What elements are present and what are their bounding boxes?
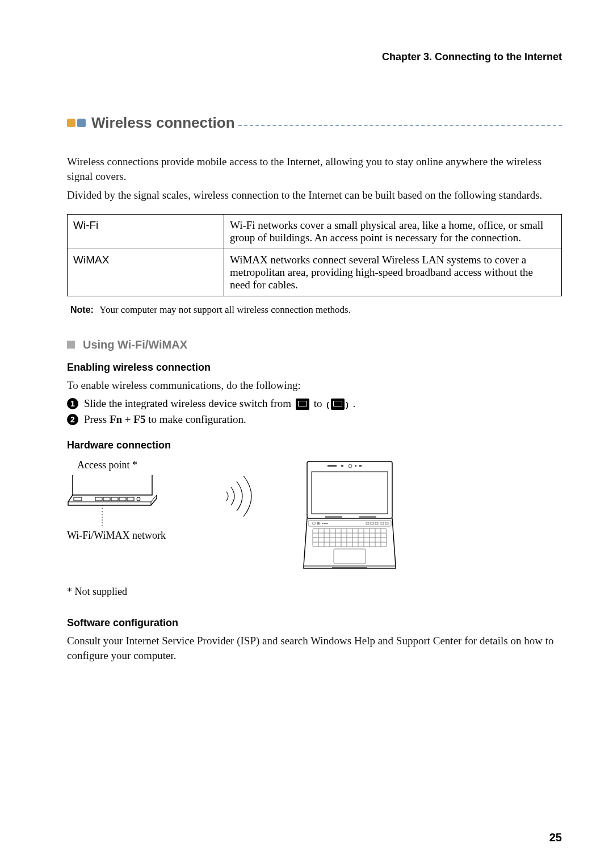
- bullet-square-icon: [67, 341, 75, 349]
- step-1-text: Slide the integrated wireless device swi…: [84, 397, 355, 410]
- svg-rect-5: [103, 497, 110, 501]
- hardware-footnote: * Not supplied: [67, 586, 562, 598]
- cell-desc: WiMAX networks connect several Wireless …: [224, 249, 562, 296]
- note: Note: Your computer may not support all …: [70, 304, 562, 316]
- signal-waves-icon: [223, 473, 263, 522]
- svg-line-1: [151, 495, 157, 502]
- dashed-rule: [238, 125, 562, 126]
- access-point-icon: [67, 472, 158, 526]
- wireless-on-icon: ( ): [326, 399, 349, 410]
- software-text: Consult your Internet Service Provider (…: [67, 634, 562, 662]
- key-combo: Fn + F5: [110, 413, 146, 425]
- svg-point-15: [349, 464, 352, 468]
- wireless-off-icon: [296, 399, 309, 410]
- software-heading: Software configuration: [67, 617, 562, 629]
- svg-rect-49: [332, 567, 367, 568]
- svg-rect-13: [328, 465, 337, 467]
- section-title: Wireless connection: [91, 114, 235, 132]
- step-number-icon: 2: [67, 414, 78, 425]
- svg-rect-18: [325, 516, 342, 518]
- svg-rect-24: [322, 523, 324, 524]
- section-title-row: Wireless connection: [67, 114, 562, 132]
- table-row: Wi-Fi Wi-Fi networks cover a small physi…: [68, 214, 562, 249]
- intro-paragraph-2: Divided by the signal scales, wireless c…: [67, 188, 562, 203]
- cell-label: Wi-Fi: [68, 214, 224, 249]
- svg-rect-29: [375, 522, 378, 525]
- intro-paragraph-1: Wireless connections provide mobile acce…: [67, 154, 562, 183]
- chapter-header: Chapter 3. Connecting to the Internet: [67, 51, 562, 63]
- note-label: Note:: [70, 305, 94, 315]
- enabling-heading: Enabling wireless connection: [67, 362, 562, 374]
- svg-rect-48: [334, 549, 366, 564]
- access-point-label: Access point *: [77, 459, 183, 471]
- svg-rect-27: [366, 522, 369, 525]
- svg-rect-11: [307, 462, 392, 518]
- step-2-text: Press Fn + F5 to make configuration.: [84, 413, 246, 426]
- svg-rect-21: [308, 521, 391, 526]
- svg-point-22: [313, 522, 316, 525]
- svg-rect-19: [359, 516, 376, 518]
- network-label: Wi-Fi/WiMAX network: [67, 530, 183, 542]
- svg-rect-6: [111, 497, 118, 501]
- section-bullet-icon: [67, 119, 86, 127]
- page-number: 25: [549, 831, 562, 844]
- svg-rect-7: [119, 497, 126, 501]
- svg-rect-30: [381, 522, 384, 525]
- svg-rect-17: [359, 465, 362, 467]
- hardware-diagram: Access point *: [67, 459, 562, 570]
- cell-desc: Wi-Fi networks cover a small physical ar…: [224, 214, 562, 249]
- svg-rect-23: [317, 522, 320, 525]
- laptop-icon: [303, 459, 399, 570]
- svg-rect-14: [341, 465, 343, 467]
- subsection-title: Using Wi-Fi/WiMAX: [83, 338, 187, 351]
- step-number-icon: 1: [67, 398, 78, 409]
- step-2: 2 Press Fn + F5 to make configuration.: [67, 413, 562, 426]
- svg-rect-8: [127, 497, 134, 501]
- svg-rect-3: [74, 497, 82, 501]
- cell-label: WiMAX: [68, 249, 224, 296]
- svg-rect-25: [324, 523, 326, 524]
- step-1: 1 Slide the integrated wireless device s…: [67, 397, 562, 410]
- svg-point-9: [137, 497, 140, 501]
- enabling-intro: To enable wireless communications, do th…: [67, 378, 562, 393]
- table-row: WiMAX WiMAX networks connect several Wir…: [68, 249, 562, 296]
- svg-rect-12: [312, 472, 388, 514]
- svg-rect-26: [326, 523, 328, 524]
- svg-rect-16: [355, 465, 356, 467]
- hardware-heading: Hardware connection: [67, 439, 562, 451]
- svg-rect-4: [95, 497, 102, 501]
- svg-rect-31: [385, 522, 388, 525]
- subsection-title-row: Using Wi-Fi/WiMAX: [67, 338, 562, 351]
- standards-table: Wi-Fi Wi-Fi networks cover a small physi…: [67, 214, 562, 296]
- note-text: Your computer may not support all wirele…: [99, 304, 351, 315]
- svg-rect-28: [371, 522, 373, 525]
- document-page: Chapter 3. Connecting to the Internet Wi…: [0, 0, 613, 868]
